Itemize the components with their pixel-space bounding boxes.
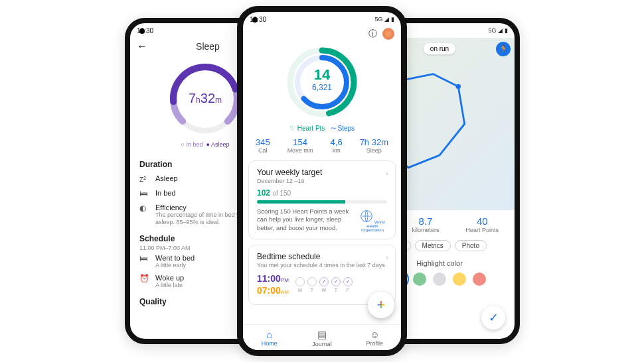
swatch-grey[interactable] <box>433 272 446 286</box>
day-dot <box>307 277 317 286</box>
activity-ring[interactable]: 14 6,321 <box>243 41 401 122</box>
week-dots: M T ✓W ✓T ✓F <box>295 277 353 292</box>
alarm-icon: ⏰ <box>139 274 150 283</box>
weekly-progress: 102 of 150 <box>257 188 387 198</box>
avatar[interactable] <box>382 28 394 40</box>
bottom-nav: ⌂Home ▤Journal ☺Profile <box>243 324 401 350</box>
weekly-progress-bar <box>257 200 387 204</box>
stat-cal[interactable]: 345Cal <box>256 137 270 154</box>
sleep-hours: 7 <box>189 91 196 105</box>
camera-notch <box>252 17 258 23</box>
journal-icon: ▤ <box>295 329 348 341</box>
nav-home[interactable]: ⌂Home <box>243 325 295 350</box>
chip-photo[interactable]: Photo <box>455 240 487 251</box>
contrast-icon: ◐ <box>139 204 150 213</box>
weekly-title: Your weekly target <box>257 168 387 177</box>
swatch-green[interactable] <box>413 272 426 286</box>
weekly-target-card[interactable]: › Your weekly target December 12 –19 102… <box>248 160 396 239</box>
swatch-yellow[interactable] <box>453 272 466 286</box>
day-dot: ✓ <box>331 277 341 286</box>
zzz-icon: z² <box>139 174 150 184</box>
status-icons: 5G ◢ ▮ <box>374 16 394 23</box>
status-bar: 12:30 5G ◢ ▮ <box>243 12 401 27</box>
bedtime-title: Bedtime schedule <box>257 252 387 261</box>
chevron-right-icon: › <box>386 253 388 261</box>
bedtime-sub: You met your schedule 4 times in the las… <box>257 262 387 269</box>
phone-home: 12:30 5G ◢ ▮ ⓘ 14 6,321 ♡ Heart Pts ⤳ St… <box>237 6 407 356</box>
home-icon: ⌂ <box>243 329 295 340</box>
swatch-red[interactable] <box>473 272 486 286</box>
day-dot: ✓ <box>319 277 329 286</box>
svg-point-4 <box>455 84 461 90</box>
chip-metrics[interactable]: Metrics <box>415 240 451 251</box>
svg-text:14: 14 <box>314 66 331 83</box>
camera-notch <box>139 29 145 34</box>
profile-icon: ☺ <box>349 329 401 340</box>
weekly-range: December 12 –19 <box>257 178 387 184</box>
add-button[interactable]: + <box>368 292 394 318</box>
confirm-button[interactable]: ✓ <box>481 306 505 330</box>
nav-profile[interactable]: ☺Profile <box>349 325 401 350</box>
stat-move-min[interactable]: 154Move min <box>287 137 313 154</box>
bed-icon: 🛏 <box>139 189 150 198</box>
sleep-mins: 32 <box>201 91 215 105</box>
ring-legend: ♡ Heart Pts ⤳ Steps <box>243 125 401 132</box>
stat-km[interactable]: 4,6km <box>331 137 343 154</box>
stat-distance: 8.7kilometers <box>412 215 439 233</box>
who-badge: World Health Organization <box>357 210 388 232</box>
status-icons: 5G ◢ ▮ <box>488 27 508 34</box>
weekly-desc: Scoring 150 Heart Points a week can help… <box>257 208 357 232</box>
svg-text:6,321: 6,321 <box>312 83 332 92</box>
stat-sleep[interactable]: 7h 32mSleep <box>360 137 388 154</box>
day-dot: ✓ <box>343 277 353 286</box>
svg-text:7h32m: 7h32m <box>189 91 222 105</box>
daily-stats: 345Cal 154Move min 4,6km 7h 32mSleep <box>243 132 401 160</box>
info-icon[interactable]: ⓘ <box>368 28 377 40</box>
chevron-right-icon: › <box>386 169 388 177</box>
day-dot <box>295 277 305 286</box>
moon-bed-icon: 🛏 <box>139 254 150 263</box>
nav-journal[interactable]: ▤Journal <box>295 325 348 350</box>
stat-heart-points: 40Heart Points <box>465 215 499 233</box>
bedtime-times: 11:00PM 07:00AM <box>257 272 289 296</box>
